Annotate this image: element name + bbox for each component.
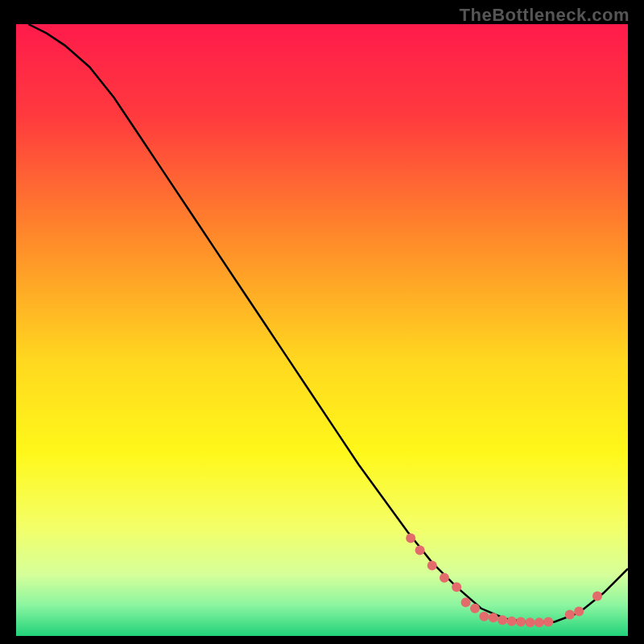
data-point	[427, 561, 437, 571]
data-point	[489, 613, 498, 622]
plot-frame	[16, 24, 628, 636]
data-point	[479, 612, 489, 621]
data-point	[415, 546, 425, 555]
data-point	[565, 609, 575, 619]
data-point	[516, 617, 526, 627]
data-point	[406, 533, 415, 543]
data-point	[535, 617, 544, 627]
data-point	[525, 617, 535, 627]
data-point	[592, 592, 602, 601]
chart-container: TheBottleneck.com	[0, 0, 644, 644]
data-point	[452, 582, 461, 592]
data-point	[507, 617, 517, 626]
data-point	[461, 597, 471, 607]
data-point	[574, 607, 584, 617]
gradient-background	[16, 24, 628, 636]
watermark-text: TheBottleneck.com	[460, 5, 630, 26]
data-point	[470, 604, 480, 613]
data-point	[543, 617, 553, 627]
plot-svg	[16, 24, 628, 636]
data-point	[497, 615, 507, 625]
data-point	[440, 573, 449, 583]
